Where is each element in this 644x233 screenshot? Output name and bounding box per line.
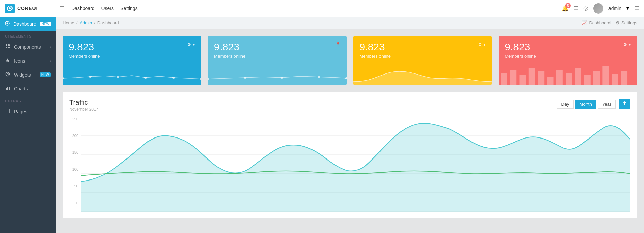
chart-y-labels: 250 200 150 100 50 0	[69, 117, 81, 205]
stat-card-3-header: 9.823 Members online ⚙ ▾	[360, 42, 486, 59]
breadcrumb-settings-link[interactable]: ⚙ Settings	[616, 20, 637, 25]
topnav-hamburger2[interactable]: ☰	[634, 5, 639, 12]
stat-card-2-pin-icon: 📍	[335, 42, 341, 47]
breadcrumb: Home / Admin / Dashboard	[63, 20, 119, 25]
sidebar-item-widgets[interactable]: Widgets NEW	[0, 68, 56, 82]
sidebar-item-components-label: Components	[14, 44, 41, 50]
y-label-100: 100	[72, 167, 78, 171]
notification-badge: 5	[565, 3, 571, 8]
extras-label: EXTRAS	[0, 96, 56, 105]
pages-icon	[5, 109, 10, 114]
y-label-0: 0	[76, 201, 78, 205]
sidebar-item-pages[interactable]: Pages ‹	[0, 105, 56, 119]
svg-rect-43	[623, 106, 627, 106]
svg-rect-41	[612, 74, 618, 85]
svg-rect-13	[9, 87, 10, 90]
admin-dropdown-arrow[interactable]: ▾	[626, 5, 629, 12]
sidebar-item-icons-label: Icons	[14, 58, 25, 64]
traffic-title: Traffic	[69, 99, 98, 106]
nav-link-settings[interactable]: Settings	[120, 6, 138, 11]
stat-card-3: 9.823 Members online ⚙ ▾	[353, 36, 492, 85]
svg-point-20	[117, 76, 119, 78]
sidebar-item-charts[interactable]: Charts	[0, 82, 56, 96]
tab-month[interactable]: Month	[575, 100, 596, 109]
stat-card-4-dropdown-icon: ▾	[629, 42, 631, 47]
svg-point-1	[9, 7, 11, 9]
svg-point-19	[89, 76, 92, 78]
stat-card-4-actions[interactable]: ⚙ ▾	[623, 42, 631, 47]
stat-card-3-gear-icon: ⚙	[478, 42, 482, 47]
pages-chevron: ‹	[50, 110, 51, 113]
svg-rect-40	[603, 66, 609, 85]
stat-card-1-chart	[63, 65, 201, 85]
top-navbar: COREUI ☰ Dashboard Users Settings 🔔 5 ☰ …	[0, 0, 644, 17]
content-area: Home / Admin / Dashboard 📈 Dashboard ⚙ S…	[56, 17, 644, 233]
stat-card-4-gear-icon: ⚙	[623, 42, 627, 47]
stat-card-1-gear-icon: ⚙	[187, 42, 191, 47]
svg-point-21	[144, 77, 147, 79]
svg-rect-31	[520, 75, 526, 85]
stat-card-2-actions[interactable]: 📍	[335, 42, 341, 47]
stat-card-2-chart	[208, 65, 347, 85]
location-icon[interactable]: ◎	[583, 5, 588, 12]
settings-cog-icon: ⚙	[616, 20, 620, 25]
notification-bell[interactable]: 🔔 5	[562, 5, 569, 12]
topnav-right: 🔔 5 ☰ ◎ admin ▾ ☰	[562, 3, 639, 14]
stat-card-4: 9.823 Members online ⚙ ▾	[499, 36, 637, 85]
svg-rect-38	[584, 75, 591, 85]
stat-card-4-label: Members online	[505, 54, 536, 59]
sidebar-item-components[interactable]: Components ‹	[0, 40, 56, 54]
admin-label: admin	[608, 6, 621, 11]
icons-icon	[5, 58, 10, 64]
hamburger-icon[interactable]: ☰	[59, 5, 65, 12]
stat-card-1-label: Members online	[69, 54, 100, 59]
breadcrumb-sep2: /	[94, 20, 95, 25]
content-scroll: 9.823 Members online ⚙ ▾	[56, 29, 644, 233]
tab-day[interactable]: Day	[557, 100, 573, 109]
breadcrumb-dashboard-link[interactable]: 📈 Dashboard	[582, 20, 611, 25]
stat-card-4-chart	[499, 65, 637, 85]
brand-logo	[5, 4, 15, 13]
svg-rect-30	[510, 70, 516, 85]
avatar[interactable]	[593, 3, 603, 14]
stat-card-1: 9.823 Members online ⚙ ▾	[63, 36, 201, 85]
sidebar-item-dashboard[interactable]: Dashboard NEW	[0, 17, 56, 31]
sidebar-item-icons[interactable]: Icons ‹	[0, 54, 56, 68]
tab-year[interactable]: Year	[598, 100, 616, 109]
svg-point-27	[317, 76, 320, 78]
breadcrumb-current: Dashboard	[97, 20, 119, 25]
stat-card-3-value: 9.823	[360, 42, 391, 52]
stat-cards-row: 9.823 Members online ⚙ ▾	[63, 36, 637, 85]
svg-point-25	[244, 77, 246, 79]
nav-link-users[interactable]: Users	[101, 6, 114, 11]
svg-rect-5	[8, 44, 10, 46]
stat-card-4-header: 9.823 Members online ⚙ ▾	[505, 42, 631, 59]
stat-card-2-label: Members online	[214, 54, 246, 59]
breadcrumb-dashboard-label: Dashboard	[589, 20, 611, 25]
stat-card-1-actions[interactable]: ⚙ ▾	[187, 42, 195, 47]
stat-card-2-header: 9.823 Members online 📍	[214, 42, 341, 59]
stat-card-3-actions[interactable]: ⚙ ▾	[478, 42, 486, 47]
svg-point-18	[63, 77, 64, 79]
main-layout: Dashboard NEW UI ELEMENTS Components ‹ I…	[0, 17, 644, 233]
upload-button[interactable]	[619, 99, 630, 109]
svg-point-23	[200, 78, 201, 80]
svg-point-28	[345, 77, 346, 79]
breadcrumb-home[interactable]: Home	[63, 20, 74, 25]
traffic-info: Traffic November 2017	[69, 99, 98, 112]
dashboard-icon	[5, 21, 10, 27]
sidebar-item-dashboard-label: Dashboard	[13, 21, 37, 27]
svg-point-24	[208, 78, 209, 80]
stat-card-1-dropdown-icon: ▾	[193, 42, 195, 47]
svg-rect-7	[8, 47, 10, 48]
svg-rect-42	[621, 71, 627, 85]
list-icon[interactable]: ☰	[574, 5, 578, 12]
svg-rect-33	[538, 71, 544, 85]
nav-link-dashboard[interactable]: Dashboard	[71, 6, 95, 11]
y-label-200: 200	[72, 134, 78, 138]
brand-text: COREUI	[17, 6, 38, 11]
breadcrumb-admin[interactable]: Admin	[79, 20, 92, 25]
chart-line-icon: 📈	[582, 20, 587, 25]
svg-rect-37	[575, 68, 581, 85]
breadcrumb-settings-label: Settings	[621, 20, 637, 25]
